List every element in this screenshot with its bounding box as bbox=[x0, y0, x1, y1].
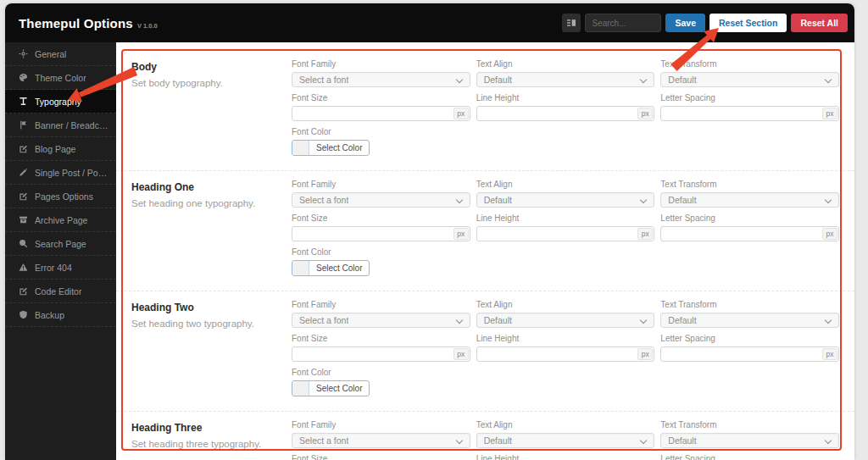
line-height-input-wrap: px bbox=[476, 226, 655, 241]
typography-sections: Body Set body typography. Font Family Se… bbox=[116, 42, 854, 460]
letter-spacing-input[interactable] bbox=[662, 228, 822, 240]
letter-spacing-label: Letter Spacing bbox=[660, 213, 839, 223]
text-align-value: Default bbox=[484, 315, 512, 325]
line-height-label: Line Height bbox=[476, 334, 655, 343]
sidebar-item-label: General bbox=[35, 49, 66, 59]
font-family-select[interactable]: Select a font bbox=[292, 72, 470, 87]
font-family-value: Select a font bbox=[299, 195, 348, 205]
line-height-input[interactable] bbox=[478, 228, 638, 240]
text-transform-select[interactable]: Default bbox=[660, 72, 839, 87]
select-color-button[interactable]: Select Color bbox=[292, 380, 370, 396]
typography-section: Heading Two Set heading two typography. … bbox=[116, 291, 854, 411]
letter-spacing-label: Letter Spacing bbox=[660, 454, 839, 460]
letter-spacing-input[interactable] bbox=[662, 348, 822, 360]
font-family-value: Select a font bbox=[299, 435, 348, 446]
line-height-input-wrap: px bbox=[476, 106, 655, 121]
typography-section: Heading One Set heading one typography. … bbox=[116, 170, 854, 291]
text-transform-label: Text Transform bbox=[660, 420, 839, 430]
reset-section-button[interactable]: Reset Section bbox=[709, 14, 787, 32]
px-unit-suffix: px bbox=[822, 228, 837, 240]
select-color-button[interactable]: Select Color bbox=[292, 260, 370, 276]
font-size-input[interactable] bbox=[293, 108, 453, 119]
sidebar-item-theme-color[interactable]: Theme Color bbox=[5, 66, 116, 90]
sidebar-item-banner-breadcrumb[interactable]: Banner / Breadcrumb Area bbox=[5, 114, 116, 137]
text-align-value: Default bbox=[484, 75, 512, 85]
font-size-input-wrap: px bbox=[292, 226, 470, 241]
letter-spacing-field: Letter Spacing px bbox=[660, 334, 839, 362]
sidebar-item-archive-page[interactable]: Archive Page bbox=[5, 208, 116, 232]
sidebar-item-label: Archive Page bbox=[35, 215, 87, 225]
font-family-select[interactable]: Select a font bbox=[292, 192, 470, 208]
letter-spacing-input-wrap: px bbox=[660, 106, 839, 121]
edit-square-icon bbox=[19, 191, 28, 201]
app-window: Themepul Options V 1.0.0 Save Reset Sect… bbox=[5, 3, 854, 460]
line-height-field: Line Height px bbox=[476, 93, 655, 121]
flag-icon bbox=[19, 120, 28, 130]
edit-square-icon bbox=[19, 144, 28, 153]
sidebar-item-search-page[interactable]: Search Page bbox=[5, 232, 116, 256]
text-align-select[interactable]: Default bbox=[476, 192, 655, 208]
font-color-label: Font Color bbox=[292, 368, 470, 377]
text-transform-field: Text Transform Default bbox=[660, 180, 839, 208]
save-button[interactable]: Save bbox=[665, 14, 705, 32]
reset-all-button[interactable]: Reset All bbox=[791, 14, 848, 32]
sidebar-item-backup[interactable]: Backup bbox=[5, 303, 116, 327]
sidebar-item-label: Banner / Breadcrumb Area bbox=[35, 120, 109, 130]
letter-spacing-label: Letter Spacing bbox=[660, 93, 839, 103]
gear-icon bbox=[19, 49, 28, 58]
text-transform-label: Text Transform bbox=[660, 180, 839, 189]
line-height-input[interactable] bbox=[478, 108, 638, 119]
sidebar-item-label: Backup bbox=[35, 310, 64, 320]
font-size-input[interactable] bbox=[293, 228, 453, 240]
typography-icon bbox=[19, 97, 28, 106]
sidebar-item-typography[interactable]: Typography bbox=[5, 90, 116, 114]
text-transform-field: Text Transform Default bbox=[660, 59, 839, 87]
font-color-label: Font Color bbox=[292, 127, 470, 136]
text-align-label: Text Align bbox=[476, 300, 655, 309]
line-height-input[interactable] bbox=[478, 348, 638, 360]
panel-toggle-button[interactable] bbox=[562, 14, 581, 32]
text-align-select[interactable]: Default bbox=[476, 433, 655, 448]
px-unit-suffix: px bbox=[453, 228, 469, 240]
font-size-input[interactable] bbox=[293, 348, 453, 360]
text-transform-label: Text Transform bbox=[660, 59, 839, 69]
letter-spacing-input[interactable] bbox=[662, 108, 822, 119]
app-brand: Themepul Options V 1.0.0 bbox=[19, 16, 158, 30]
section-description: Set body typography. bbox=[131, 78, 286, 88]
letter-spacing-input-wrap: px bbox=[660, 226, 839, 241]
sidebar-item-error-404[interactable]: Error 404 bbox=[5, 256, 116, 280]
sidebar-item-general[interactable]: General bbox=[5, 42, 116, 66]
font-color-field: Font Color Select Color bbox=[292, 127, 470, 158]
sidebar-item-blog-page[interactable]: Blog Page bbox=[5, 137, 116, 161]
section-description: Set heading three typography. bbox=[131, 439, 286, 449]
search-input[interactable] bbox=[585, 14, 661, 32]
font-family-select[interactable]: Select a font bbox=[292, 433, 470, 448]
font-size-label: Font Size bbox=[292, 93, 470, 103]
text-transform-select[interactable]: Default bbox=[660, 192, 839, 208]
text-align-select[interactable]: Default bbox=[476, 72, 655, 87]
warning-icon bbox=[19, 263, 28, 272]
sidebar-item-code-editor[interactable]: Code Editor bbox=[5, 280, 116, 303]
text-transform-select[interactable]: Default bbox=[660, 433, 839, 448]
select-color-label: Select Color bbox=[309, 261, 369, 275]
font-size-label: Font Size bbox=[292, 334, 470, 343]
text-align-select[interactable]: Default bbox=[476, 313, 655, 328]
sidebar-item-pages-options[interactable]: Pages Options bbox=[5, 185, 116, 208]
select-color-button[interactable]: Select Color bbox=[292, 140, 370, 156]
line-height-label: Line Height bbox=[476, 213, 655, 223]
topbar: Themepul Options V 1.0.0 Save Reset Sect… bbox=[5, 3, 854, 42]
section-description: Set heading one typography. bbox=[131, 198, 286, 208]
font-family-field: Font Family Select a font bbox=[292, 420, 470, 448]
font-family-field: Font Family Select a font bbox=[292, 180, 470, 208]
font-size-input-wrap: px bbox=[292, 106, 470, 121]
text-align-field: Text Align Default bbox=[476, 180, 655, 208]
text-transform-select[interactable]: Default bbox=[660, 313, 839, 328]
letter-spacing-field: Letter Spacing px bbox=[660, 213, 839, 241]
text-transform-value: Default bbox=[668, 75, 696, 85]
sidebar-item-single-post[interactable]: Single Post / Post Details bbox=[5, 161, 116, 185]
font-family-label: Font Family bbox=[292, 300, 470, 309]
sidebar-item-label: Single Post / Post Details bbox=[35, 168, 109, 178]
sidebar-item-label: Pages Options bbox=[35, 191, 93, 202]
font-family-select[interactable]: Select a font bbox=[292, 313, 470, 328]
text-transform-value: Default bbox=[668, 435, 696, 446]
